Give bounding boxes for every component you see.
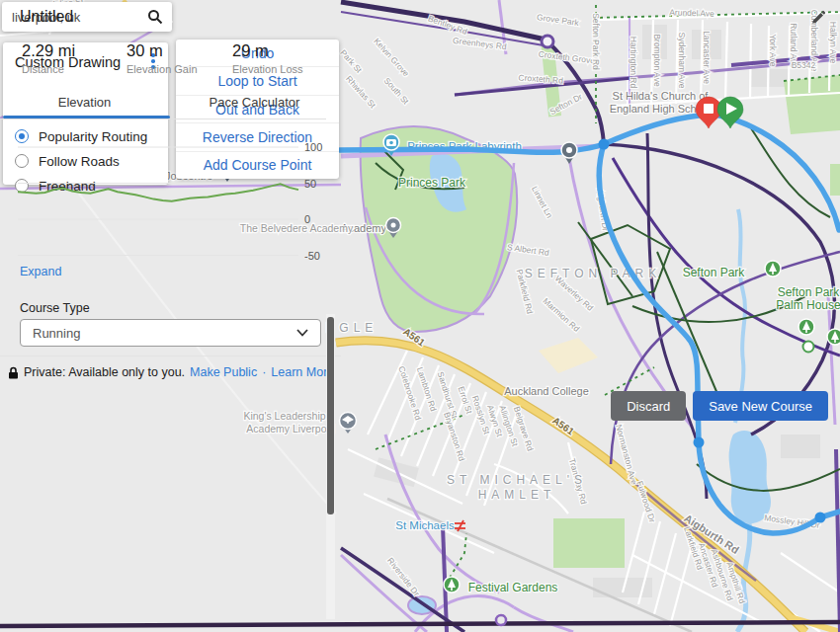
chevron-down-icon: [296, 329, 308, 337]
chart-ytick: 100: [304, 141, 322, 153]
map-label: HAMLET: [478, 488, 556, 502]
route-waypoint: [599, 139, 610, 150]
map-label: Halkyn Ave: [828, 22, 838, 64]
park-tree-icon: [827, 329, 840, 345]
map-label: ST MICHAEL'S: [447, 473, 587, 487]
lock-icon: [8, 366, 19, 379]
edit-pencil-icon[interactable]: [810, 10, 826, 26]
map-label: King's Leadership: [243, 410, 325, 422]
map-label: Sydenham Ave: [677, 32, 687, 88]
park-tree-icon: [798, 319, 814, 335]
map-label: Sefton Park: [683, 266, 746, 279]
course-type-label: Course Type: [20, 301, 90, 315]
chart-ytick: 0: [304, 213, 310, 225]
course-title: Untitled: [20, 8, 73, 26]
course-creator-screen: Gwendoline StBentley RdGreenheys RdGrove…: [0, 0, 840, 632]
stop-icon: [704, 104, 714, 114]
park-tree-icon: [444, 577, 460, 592]
map-label: Hartington Rd: [629, 37, 638, 89]
map-label: Festival Gardens: [468, 581, 558, 594]
panel-scrollbar-thumb[interactable]: [327, 317, 334, 514]
elevation-chart: 100500-50: [0, 126, 341, 273]
park-ring-icon: [803, 342, 814, 353]
chart-ytick: 50: [304, 178, 316, 190]
map-label: Palm House: [776, 298, 840, 312]
learn-more-link[interactable]: Learn More: [271, 365, 334, 379]
map-label: Auckland College: [504, 385, 589, 397]
map-label: B5342: [792, 60, 816, 70]
map-label: Lancaster Ave: [702, 31, 712, 84]
map-label: York Ave: [768, 34, 778, 66]
map-label: Sefton Park: [778, 285, 840, 299]
active-tab-indicator: [3, 116, 170, 118]
tab-bar: Elevation Pace Calculator: [0, 95, 326, 119]
divider: [0, 356, 341, 356]
action-buttons: Discard Save New Course: [611, 391, 828, 421]
map-label: Sefton Park Rd: [591, 13, 601, 70]
elevation-line: [18, 184, 298, 201]
discard-button[interactable]: Discard: [611, 391, 686, 421]
map-label: Brompton Ave: [652, 34, 662, 87]
make-public-link[interactable]: Make Public: [190, 365, 257, 379]
park-tree-icon: [765, 261, 781, 276]
map-label: Princes Park: [398, 176, 466, 190]
map-label: SEFTON PARK: [525, 267, 662, 280]
expand-link[interactable]: Expand: [20, 265, 61, 278]
route-waypoint: [815, 513, 826, 523]
map-label: Arundel Ave: [669, 7, 714, 19]
course-type-select[interactable]: Running: [20, 319, 321, 347]
route-waypoint: [694, 437, 705, 448]
stat-elevation-gain: 30 m Elevation Gain: [126, 41, 198, 75]
search-icon[interactable]: [147, 9, 163, 25]
chart-ytick: -50: [304, 250, 320, 262]
tab-elevation[interactable]: Elevation: [3, 95, 166, 110]
link-separator: ·: [262, 365, 266, 379]
privacy-text: Private: Available only to you.: [24, 365, 185, 379]
map-label: St Michaels: [395, 519, 455, 531]
save-new-course-button[interactable]: Save New Course: [693, 391, 828, 421]
map-label: St Hilda's Church of: [613, 90, 710, 102]
privacy-row: Private: Available only to you. Make Pub…: [8, 365, 334, 379]
stat-distance: 2.29 mi Distance: [22, 41, 75, 75]
map-label: Academy Liverpool: [246, 423, 334, 434]
tab-pace-calculator[interactable]: Pace Calculator: [173, 95, 336, 110]
course-type-value: Running: [21, 326, 296, 341]
stat-elevation-loss: 29 m Elevation Loss: [232, 41, 303, 75]
